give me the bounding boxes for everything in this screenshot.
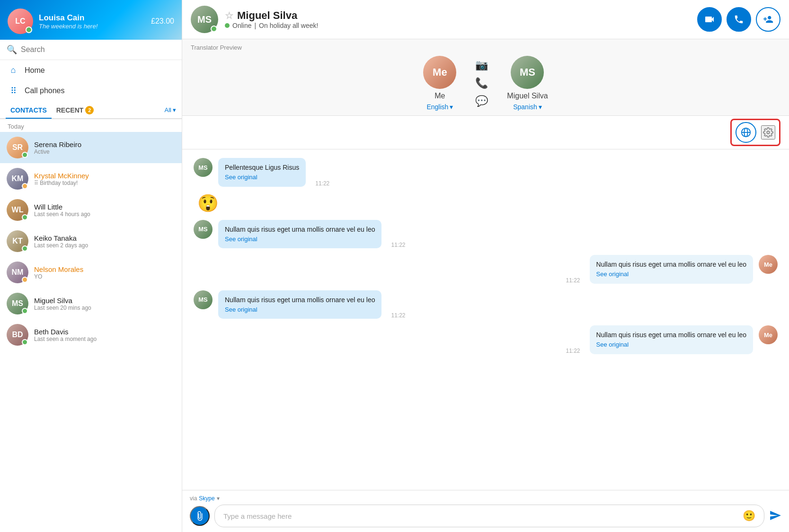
section-today: Today bbox=[0, 119, 182, 132]
tab-recent[interactable]: RECENT 2 bbox=[52, 101, 99, 119]
see-original-3[interactable]: See original bbox=[225, 235, 375, 244]
header-actions bbox=[697, 7, 780, 32]
translator-globe-button[interactable] bbox=[736, 122, 756, 143]
message-5: MS Nullam quis risus eget urna mollis or… bbox=[194, 290, 778, 319]
contact-name-serena: Serena Ribeiro bbox=[34, 140, 175, 148]
message-1: MS Pellentesque Ligus Risus See original… bbox=[194, 158, 778, 187]
contact-sub-beth: Last seen a moment ago bbox=[34, 336, 175, 342]
home-icon: ⌂ bbox=[8, 65, 19, 75]
message-6: Me Nullam quis risus eget urna mollis or… bbox=[194, 325, 778, 354]
chat-header: MS ☆ Miguel Silva Online | On holiday al… bbox=[182, 0, 789, 39]
user-status-dot bbox=[26, 26, 32, 33]
chat-contact-name: ☆ Miguel Silva bbox=[225, 9, 691, 22]
see-original-6[interactable]: See original bbox=[596, 340, 746, 349]
see-original-1[interactable]: See original bbox=[225, 173, 299, 182]
all-filter-dropdown[interactable]: All ▾ bbox=[165, 106, 176, 113]
message-3: MS Nullam quis risus eget urna mollis or… bbox=[194, 220, 778, 249]
me-language-select[interactable]: English ▾ bbox=[426, 103, 453, 111]
contact-sub-nelson: YO bbox=[34, 273, 175, 280]
birthday-icon: ⠿ bbox=[34, 180, 38, 186]
message-input-placeholder: Type a message here bbox=[223, 512, 292, 520]
search-icon: 🔍 bbox=[7, 44, 17, 55]
translator-toolbar-highlight bbox=[730, 119, 780, 146]
message-1-time: 11:22 bbox=[315, 180, 329, 187]
message-3-bubble: Nullam quis risus eget urna mollis ornar… bbox=[218, 220, 381, 249]
contact-miguel[interactable]: MS Miguel Silva Last seen 20 mins ago bbox=[0, 288, 182, 319]
message-input-box[interactable]: Type a message here 🙂 bbox=[214, 505, 764, 527]
svg-point-3 bbox=[767, 131, 770, 134]
message-5-bubble: Nullam quis risus eget urna mollis ornar… bbox=[218, 290, 381, 319]
contact-language-select[interactable]: Spanish ▾ bbox=[513, 103, 542, 111]
user-avatar-wrap: LC bbox=[8, 9, 33, 34]
input-area: via Skype ▾ Type a message here 🙂 bbox=[182, 490, 789, 532]
add-contact-button[interactable] bbox=[756, 7, 780, 32]
contact-keiko[interactable]: KT Keiko Tanaka Last seen 2 days ago bbox=[0, 226, 182, 257]
chat-icon: 💬 bbox=[475, 95, 488, 107]
attach-button[interactable] bbox=[190, 506, 210, 526]
contact-sub-serena: Active bbox=[34, 148, 175, 155]
chevron-down-icon: ▾ bbox=[450, 103, 453, 111]
message-5-time: 11:22 bbox=[391, 312, 405, 319]
see-original-4[interactable]: See original bbox=[596, 270, 746, 279]
chevron-down-icon: ▾ bbox=[539, 103, 542, 111]
contact-sub-miguel: Last seen 20 mins ago bbox=[34, 305, 175, 311]
phone-icon: 📞 bbox=[475, 77, 488, 89]
message-6-time: 11:22 bbox=[566, 348, 580, 354]
audio-call-button[interactable] bbox=[727, 7, 751, 32]
search-bar[interactable]: 🔍 bbox=[0, 40, 182, 60]
sidebar-header: LC Louisa Cain The weekend is here! £23.… bbox=[0, 0, 182, 40]
user-balance: £23.00 bbox=[151, 17, 174, 26]
star-icon[interactable]: ☆ bbox=[225, 10, 233, 21]
translator-middle: 📷 📞 💬 bbox=[475, 59, 488, 107]
nav-callphones-label: Call phones bbox=[25, 87, 65, 95]
emoji-surprised: 😲 bbox=[197, 193, 219, 213]
message-4: Me Nullam quis risus eget urna mollis or… bbox=[194, 255, 778, 284]
video-call-button[interactable] bbox=[697, 7, 722, 32]
contact-name-krystal: Krystal McKinney bbox=[34, 172, 175, 180]
contact-name-beth: Beth Davis bbox=[34, 328, 175, 336]
contact-serena[interactable]: SR Serena Ribeiro Active bbox=[0, 132, 182, 163]
translator-bar: Translator Preview Me Me English ▾ 📷 📞 💬… bbox=[182, 39, 789, 116]
chat-avatar-wrap: MS bbox=[191, 6, 218, 33]
nav-callphones[interactable]: ⠿ Call phones bbox=[0, 80, 182, 101]
translator-settings-button[interactable] bbox=[761, 125, 775, 140]
nav-home[interactable]: ⌂ Home bbox=[0, 60, 182, 80]
contact-name-miguel: Miguel Silva bbox=[34, 297, 175, 305]
dialpad-icon: ⠿ bbox=[8, 86, 19, 96]
messages-area: MS Pellentesque Ligus Risus See original… bbox=[182, 149, 789, 490]
contact-sub-krystal: ⠿ Birthday today! bbox=[34, 180, 175, 186]
translator-toolbar bbox=[182, 116, 789, 149]
via-dropdown-icon[interactable]: ▾ bbox=[217, 495, 220, 502]
translator-contact-label: Miguel Silva bbox=[507, 92, 548, 100]
contact-krystal[interactable]: KM Krystal McKinney ⠿ Birthday today! bbox=[0, 163, 182, 194]
message-4-bubble: Nullam quis risus eget urna mollis ornar… bbox=[590, 255, 753, 284]
message-emoji: 😲 bbox=[197, 193, 778, 213]
contact-will[interactable]: WL Will Little Last seen 4 hours ago bbox=[0, 194, 182, 226]
search-input[interactable] bbox=[21, 45, 175, 54]
emoji-button[interactable]: 🙂 bbox=[743, 510, 755, 522]
contact-nelson[interactable]: NM Nelson Morales YO bbox=[0, 257, 182, 288]
message-3-time: 11:22 bbox=[391, 242, 405, 248]
online-status-dot bbox=[225, 23, 230, 28]
main-chat: MS ☆ Miguel Silva Online | On holiday al… bbox=[182, 0, 789, 532]
translator-contact: MS Miguel Silva Spanish ▾ bbox=[507, 56, 548, 111]
contact-beth[interactable]: BD Beth Davis Last seen a moment ago bbox=[0, 319, 182, 350]
via-skype-label: via Skype ▾ bbox=[190, 495, 781, 502]
send-button[interactable] bbox=[769, 509, 781, 523]
contact-sub-will: Last seen 4 hours ago bbox=[34, 211, 175, 218]
chevron-down-icon: ▾ bbox=[173, 106, 176, 113]
sidebar: LC Louisa Cain The weekend is here! £23.… bbox=[0, 0, 182, 532]
nav-home-label: Home bbox=[25, 66, 45, 75]
message-1-bubble: Pellentesque Ligus Risus See original bbox=[218, 158, 306, 187]
translator-me: Me Me English ▾ bbox=[423, 56, 456, 111]
online-status: Online | On holiday all week! bbox=[225, 22, 691, 29]
message-4-time: 11:22 bbox=[566, 277, 580, 284]
translator-me-label: Me bbox=[434, 92, 445, 100]
user-status-text: The weekend is here! bbox=[39, 23, 98, 30]
video-icon: 📷 bbox=[475, 59, 488, 71]
contact-name-will: Will Little bbox=[34, 203, 175, 211]
see-original-5[interactable]: See original bbox=[225, 305, 375, 314]
contact-name-keiko: Keiko Tanaka bbox=[34, 234, 175, 242]
via-skype-link[interactable]: Skype bbox=[199, 495, 214, 502]
tab-contacts[interactable]: CONTACTS bbox=[6, 102, 52, 119]
